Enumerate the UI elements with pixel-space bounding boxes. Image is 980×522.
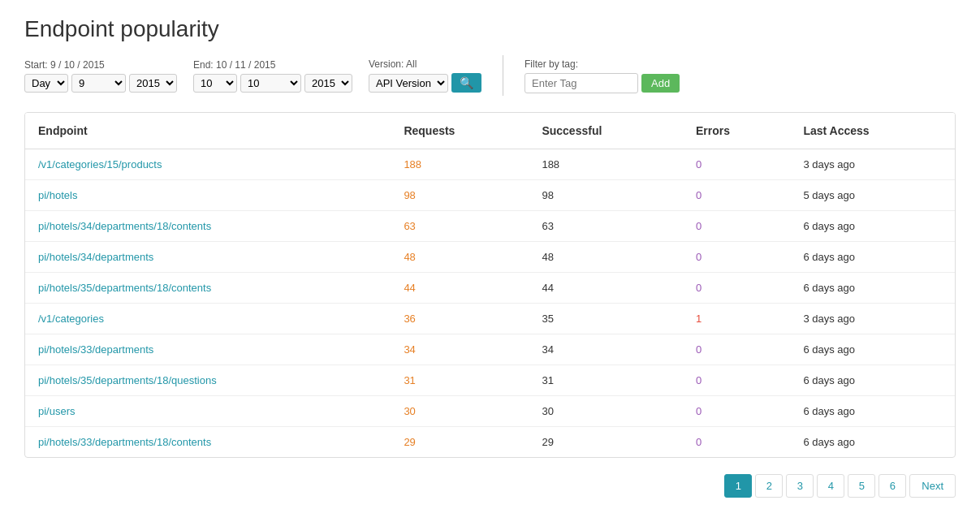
table-row: pi/hotels/34/departments/18/contents6363… <box>25 211 955 242</box>
cell-requests: 36 <box>391 304 529 334</box>
cell-endpoint: /v1/categories <box>25 304 391 334</box>
tag-input[interactable] <box>525 73 638 93</box>
start-day-select[interactable]: Day 9 <box>24 74 68 93</box>
filter-group: Filter by tag: Add <box>525 58 680 93</box>
col-requests: Requests <box>391 113 529 149</box>
next-page-button[interactable]: Next <box>909 474 956 498</box>
table-row: pi/hotels/33/departments/18/contents2929… <box>25 427 955 458</box>
cell-endpoint: pi/hotels/35/departments/18/contents <box>25 273 391 304</box>
cell-errors: 0 <box>683 396 790 427</box>
cell-successful: 31 <box>529 365 683 396</box>
start-date-group: Start: 9 / 10 / 2015 Day 9 Month 9 Year … <box>24 59 177 93</box>
cell-last-access: 6 days ago <box>790 211 955 242</box>
table-row: /v1/categories/15/products18818803 days … <box>25 149 955 180</box>
cell-errors: 0 <box>683 211 790 242</box>
endpoint-link[interactable]: pi/hotels/35/departments/18/questions <box>38 374 217 386</box>
col-errors: Errors <box>683 113 790 149</box>
cell-endpoint: pi/hotels/34/departments <box>25 242 391 273</box>
start-year-select[interactable]: Year 2015 <box>129 74 177 93</box>
cell-requests: 63 <box>391 211 529 242</box>
cell-errors: 0 <box>683 334 790 365</box>
filter-inputs: Add <box>525 73 680 93</box>
cell-last-access: 6 days ago <box>790 334 955 365</box>
page-title: Endpoint popularity <box>24 16 956 42</box>
table-header-row: Endpoint Requests Successful Errors Last… <box>25 113 955 149</box>
endpoint-link[interactable]: pi/hotels/35/departments/18/contents <box>38 282 211 294</box>
end-year-select[interactable]: Year 2015 <box>304 74 352 93</box>
cell-endpoint: pi/hotels/33/departments/18/contents <box>25 427 391 458</box>
cell-successful: 44 <box>529 273 683 304</box>
endpoint-link[interactable]: pi/hotels/33/departments <box>38 343 153 356</box>
cell-successful: 34 <box>529 334 683 365</box>
table-row: pi/hotels/35/departments/18/contents4444… <box>25 273 955 304</box>
cell-requests: 98 <box>391 180 529 211</box>
table-row: pi/hotels989805 days ago <box>25 180 955 211</box>
add-tag-button[interactable]: Add <box>641 74 680 93</box>
cell-endpoint: pi/hotels <box>25 180 391 211</box>
cell-endpoint: pi/hotels/34/departments/18/contents <box>25 211 391 242</box>
page-button-3[interactable]: 3 <box>786 474 814 498</box>
cell-successful: 48 <box>529 242 683 273</box>
cell-successful: 30 <box>529 396 683 427</box>
cell-endpoint: pi/hotels/35/departments/18/questions <box>25 365 391 396</box>
table-row: pi/hotels/34/departments484806 days ago <box>25 242 955 273</box>
endpoint-link[interactable]: pi/users <box>38 405 76 417</box>
cell-last-access: 6 days ago <box>790 273 955 304</box>
cell-successful: 63 <box>529 211 683 242</box>
cell-last-access: 3 days ago <box>790 149 955 180</box>
col-successful: Successful <box>529 113 683 149</box>
search-button[interactable]: 🔍 <box>451 73 481 93</box>
page-button-6[interactable]: 6 <box>879 474 906 498</box>
cell-last-access: 5 days ago <box>790 180 955 211</box>
cell-successful: 188 <box>529 149 683 180</box>
cell-successful: 98 <box>529 180 683 211</box>
page-button-4[interactable]: 4 <box>817 474 844 498</box>
endpoint-link[interactable]: /v1/categories/15/products <box>38 158 162 170</box>
api-version-select[interactable]: API Version All v1 v2 <box>369 74 448 93</box>
table-row: pi/hotels/33/departments343406 days ago <box>25 334 955 365</box>
endpoint-table: Endpoint Requests Successful Errors Last… <box>25 113 955 457</box>
end-day-select[interactable]: Day 10 <box>193 74 237 93</box>
end-month-select[interactable]: Month - 10 <box>240 74 301 93</box>
endpoint-link[interactable]: pi/hotels/34/departments <box>38 251 153 263</box>
cell-requests: 188 <box>391 149 529 180</box>
endpoint-table-container: Endpoint Requests Successful Errors Last… <box>24 112 956 458</box>
end-date-group: End: 10 / 11 / 2015 Day 10 Month - 10 Ye… <box>193 59 352 93</box>
cell-successful: 35 <box>529 304 683 334</box>
cell-last-access: 6 days ago <box>790 396 955 427</box>
table-row: pi/hotels/35/departments/18/questions313… <box>25 365 955 396</box>
cell-errors: 0 <box>683 365 790 396</box>
page-button-5[interactable]: 5 <box>848 474 875 498</box>
cell-endpoint: pi/hotels/33/departments <box>25 334 391 365</box>
col-last-access: Last Access <box>790 113 955 149</box>
endpoint-link[interactable]: /v1/categories <box>38 313 104 325</box>
version-group: Version: All API Version All v1 v2 🔍 <box>369 58 481 93</box>
cell-requests: 31 <box>391 365 529 396</box>
cell-errors: 0 <box>683 273 790 304</box>
cell-requests: 30 <box>391 396 529 427</box>
version-label: Version: All <box>369 58 481 70</box>
endpoint-link[interactable]: pi/hotels <box>38 189 77 201</box>
cell-errors: 0 <box>683 180 790 211</box>
table-row: pi/users303006 days ago <box>25 396 955 427</box>
page-button-2[interactable]: 2 <box>755 474 783 498</box>
page-button-1[interactable]: 1 <box>724 474 752 498</box>
cell-requests: 44 <box>391 273 529 304</box>
vertical-divider <box>503 55 503 96</box>
cell-requests: 34 <box>391 334 529 365</box>
end-date-label: End: 10 / 11 / 2015 <box>193 59 352 71</box>
cell-endpoint: /v1/categories/15/products <box>25 149 391 180</box>
start-month-select[interactable]: Month 9 <box>71 74 126 93</box>
cell-requests: 29 <box>391 427 529 458</box>
cell-successful: 29 <box>529 427 683 458</box>
start-date-label: Start: 9 / 10 / 2015 <box>24 59 177 71</box>
version-inputs: API Version All v1 v2 🔍 <box>369 73 481 93</box>
endpoint-link[interactable]: pi/hotels/33/departments/18/contents <box>38 436 211 448</box>
cell-errors: 0 <box>683 149 790 180</box>
end-date-inputs: Day 10 Month - 10 Year 2015 <box>193 74 352 93</box>
table-body: /v1/categories/15/products18818803 days … <box>25 149 955 458</box>
cell-last-access: 6 days ago <box>790 365 955 396</box>
start-date-inputs: Day 9 Month 9 Year 2015 <box>24 74 177 93</box>
table-row: /v1/categories363513 days ago <box>25 304 955 334</box>
endpoint-link[interactable]: pi/hotels/34/departments/18/contents <box>38 220 211 232</box>
